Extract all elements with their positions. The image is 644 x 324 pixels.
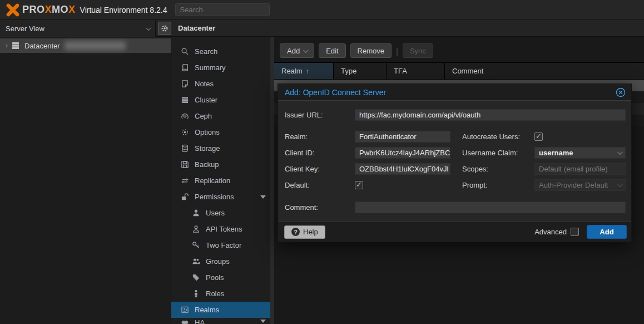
- chevron-down-icon: [617, 181, 623, 187]
- column-header-type[interactable]: Type: [334, 63, 387, 79]
- menu-item-storage[interactable]: Storage: [171, 140, 274, 156]
- proxmox-logo-icon: [6, 3, 20, 17]
- menu-item-roles[interactable]: Roles: [171, 286, 274, 302]
- redacted-node-name: [65, 41, 126, 50]
- chevron-down-icon: [617, 149, 623, 155]
- menu-item-realms[interactable]: Realms: [171, 302, 274, 318]
- users-group-icon: [192, 257, 200, 266]
- realm-label: Realm:: [285, 132, 308, 141]
- dialog-footer: ? Help Advanced Add: [278, 222, 631, 242]
- menu-item-cluster[interactable]: Cluster: [171, 92, 274, 108]
- toolbar-separator: |: [396, 46, 398, 56]
- table-header: Realm ↑ Type TFA Comment: [274, 62, 644, 80]
- ceph-icon: [181, 112, 189, 120]
- client-key-input[interactable]: OZBBbst4H1lulCXogF04vJl: [355, 163, 450, 175]
- menu-item-summary[interactable]: Summary: [171, 60, 274, 76]
- note-icon: [181, 80, 189, 88]
- realms-toolbar: Add Edit Remove | Sync: [274, 43, 433, 58]
- menu-item-search[interactable]: Search: [171, 43, 274, 60]
- floppy-icon: [181, 160, 189, 169]
- menu-item-options[interactable]: Options: [171, 124, 274, 140]
- breadcrumb: Datacenter: [178, 20, 215, 37]
- menu-item-groups[interactable]: Groups: [171, 253, 274, 269]
- column-header-tfa[interactable]: TFA: [387, 63, 445, 79]
- autocreate-users-checkbox[interactable]: [534, 132, 543, 141]
- advanced-checkbox[interactable]: [571, 228, 579, 236]
- column-header-realm[interactable]: Realm ↑: [274, 63, 334, 79]
- app-header: PROXMOX Virtual Environment 8.2.4: [0, 0, 644, 20]
- global-search-input[interactable]: [175, 3, 270, 16]
- id-card-icon: [181, 306, 189, 314]
- person-icon: [192, 289, 200, 298]
- sync-arrows-icon: [181, 176, 189, 185]
- help-button[interactable]: ? Help: [284, 225, 325, 239]
- client-id-label: Client ID:: [285, 149, 314, 157]
- user-icon: [192, 209, 200, 217]
- column-header-comment[interactable]: Comment: [445, 63, 644, 79]
- tree-expander-icon[interactable]: ›: [6, 42, 8, 50]
- secondary-bar: Server View Datacenter: [0, 20, 644, 37]
- menu-item-permissions[interactable]: Permissions: [171, 189, 274, 205]
- add-openid-dialog: Add: OpenID Connect Server Issuer URL: h…: [278, 84, 632, 242]
- version-text: Virtual Environment 8.2.4: [80, 6, 167, 14]
- brand-wordmark: PROXMOX: [22, 4, 76, 16]
- advanced-label: Advanced: [534, 228, 567, 236]
- scopes-label: Scopes:: [462, 165, 488, 173]
- question-circle-icon: ?: [291, 228, 300, 236]
- comment-input[interactable]: [355, 202, 626, 213]
- gear-icon: [181, 128, 189, 136]
- menu-item-replication[interactable]: Replication: [171, 173, 274, 189]
- sync-button[interactable]: Sync: [403, 43, 433, 58]
- menu-item-users[interactable]: Users: [171, 205, 274, 221]
- collapse-caret-icon[interactable]: [260, 195, 266, 199]
- menu-item-backup[interactable]: Backup: [171, 156, 274, 173]
- autocreate-users-label: Autocreate Users:: [462, 132, 520, 141]
- issuer-url-label: Issuer URL:: [285, 111, 323, 119]
- menu-item-notes[interactable]: Notes: [171, 76, 274, 92]
- close-button[interactable]: [616, 87, 626, 97]
- collapse-caret-icon[interactable]: [260, 320, 266, 323]
- unlock-icon: [181, 193, 189, 201]
- datacenter-icon: [11, 41, 20, 50]
- default-checkbox[interactable]: [355, 181, 363, 189]
- tag-icon: [192, 273, 200, 282]
- chevron-down-icon: [146, 25, 151, 31]
- scopes-input[interactable]: Default (email profile): [534, 163, 626, 175]
- search-icon: [181, 47, 189, 56]
- add-dropdown-button[interactable]: Add: [280, 43, 314, 58]
- remove-button[interactable]: Remove: [350, 43, 392, 58]
- database-icon: [181, 144, 189, 153]
- book-icon: [181, 63, 189, 72]
- view-selector-dropdown[interactable]: Server View: [0, 20, 156, 37]
- prompt-label: Prompt:: [462, 181, 488, 189]
- chevron-down-icon: [303, 47, 309, 53]
- edit-button[interactable]: Edit: [319, 43, 345, 58]
- menu-item-two-factor[interactable]: Two Factor: [171, 237, 274, 253]
- client-id-input[interactable]: PwbrK6Utcz4layJ4ARhjZBC: [355, 147, 450, 159]
- tree-node-label: Datacenter: [24, 42, 60, 50]
- menu-item-pools[interactable]: Pools: [171, 269, 274, 286]
- resource-tree-panel: › Datacenter: [0, 37, 171, 324]
- username-claim-select[interactable]: username: [534, 147, 626, 159]
- heartbeat-icon: [181, 319, 189, 324]
- key-icon: [192, 241, 200, 249]
- client-key-label: Client Key:: [285, 165, 320, 173]
- realm-input[interactable]: FortiAuthenticator: [355, 131, 450, 143]
- dialog-header[interactable]: Add: OpenID Connect Server: [278, 84, 631, 101]
- tree-settings-button[interactable]: [158, 22, 171, 35]
- dialog-add-button[interactable]: Add: [587, 225, 627, 239]
- username-claim-label: Username Claim:: [462, 149, 518, 157]
- issuer-url-input[interactable]: https://fac.mydomain.com/api/vl/oauth: [355, 109, 626, 121]
- cluster-icon: [181, 96, 189, 104]
- sort-ascending-icon: ↑: [306, 67, 310, 75]
- prompt-select[interactable]: Auth-Provider Default: [534, 179, 626, 191]
- close-circle-icon: [616, 87, 626, 97]
- user-outline-icon: [192, 225, 200, 233]
- tree-node-datacenter[interactable]: › Datacenter: [0, 38, 171, 53]
- menu-item-ceph[interactable]: Ceph: [171, 108, 274, 124]
- menu-item-ha[interactable]: HA: [171, 318, 274, 324]
- menu-item-api-tokens[interactable]: API Tokens: [171, 221, 274, 237]
- datacenter-menu: Search Summary Notes Cluster Ceph Option…: [171, 37, 274, 324]
- menu-scrollbar[interactable]: [270, 37, 274, 324]
- view-selector-label: Server View: [6, 24, 146, 33]
